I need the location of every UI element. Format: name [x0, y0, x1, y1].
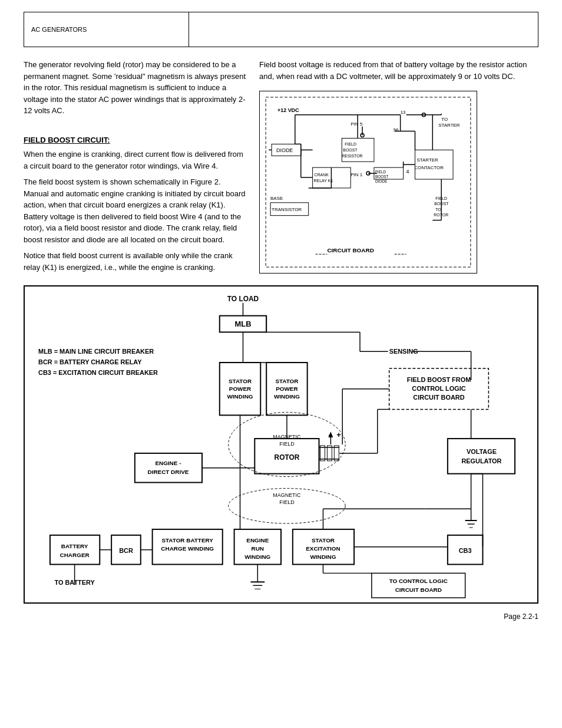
svg-text:TO CONTROL LOGIC: TO CONTROL LOGIC	[389, 578, 448, 584]
main-diagram: TO LOAD MLB MLB = MAIN LINE CIRCUIT BREA…	[24, 285, 538, 604]
intro-paragraph: The generator revolving field (rotor) ma…	[24, 59, 247, 117]
svg-text:WINDING: WINDING	[227, 393, 253, 400]
svg-text:PIN 1: PIN 1	[351, 172, 362, 177]
svg-text:PIN 5: PIN 5	[351, 121, 362, 127]
header-right	[189, 12, 538, 47]
section-title: FIELD BOOST CIRCUIT:	[24, 134, 247, 146]
svg-text:VOLTAGE: VOLTAGE	[467, 448, 497, 455]
svg-text:MAGNETIC: MAGNETIC	[273, 492, 301, 498]
svg-text:BOOST: BOOST	[375, 174, 389, 179]
header-title: AC GENERATORS	[24, 12, 189, 47]
svg-text:STATOR: STATOR	[275, 378, 298, 384]
svg-text:TRANSISTOR: TRANSISTOR	[272, 207, 302, 212]
svg-text:DIODE: DIODE	[375, 179, 388, 183]
svg-text:BATTERY: BATTERY	[61, 543, 88, 549]
svg-text:CHARGER: CHARGER	[60, 552, 90, 558]
svg-rect-102	[327, 446, 332, 461]
svg-text:BASE: BASE	[270, 196, 283, 201]
svg-text:+12 VDC: +12 VDC	[277, 107, 299, 113]
svg-text:FIELD: FIELD	[375, 170, 386, 174]
page-number: Page 2.2-1	[24, 612, 538, 621]
svg-text:CB3 = EXCITATION CIRCUIT BREAK: CB3 = EXCITATION CIRCUIT BREAKER	[38, 369, 158, 376]
svg-text:BOOST: BOOST	[343, 148, 358, 152]
svg-text:CIRCUIT BOARD: CIRCUIT BOARD	[413, 394, 464, 401]
svg-text:TO: TO	[435, 207, 441, 212]
svg-text:CIRCUIT BOARD: CIRCUIT BOARD	[395, 587, 442, 593]
svg-text:13: 13	[401, 110, 406, 115]
svg-text:STARTER: STARTER	[416, 157, 438, 163]
svg-text:EXCITATION: EXCITATION	[306, 545, 340, 552]
svg-text:MLB: MLB	[235, 319, 252, 328]
svg-text:POWER: POWER	[276, 386, 297, 392]
svg-text:CB3: CB3	[459, 547, 472, 554]
svg-text:CONTACTOR: CONTACTOR	[414, 165, 444, 170]
svg-text:STARTER: STARTER	[438, 123, 460, 128]
svg-text:REGULATOR: REGULATOR	[461, 457, 501, 465]
svg-text:FIELD: FIELD	[279, 441, 295, 447]
svg-text:RUN: RUN	[252, 545, 264, 552]
svg-text:4: 4	[406, 169, 409, 174]
page-header: AC GENERATORS	[24, 12, 538, 47]
svg-text:ROTOR: ROTOR	[275, 453, 300, 462]
svg-text:FIELD: FIELD	[279, 499, 295, 505]
svg-text:POWER: POWER	[229, 386, 251, 392]
svg-text:CONTROL LOGIC: CONTROL LOGIC	[412, 385, 465, 392]
svg-text:RELAY K1: RELAY K1	[314, 179, 333, 183]
svg-text:TO: TO	[441, 117, 448, 122]
svg-text:WINDING: WINDING	[310, 554, 336, 560]
svg-text:ENGINE: ENGINE	[246, 537, 269, 543]
svg-text:FIELD BOOST FROM: FIELD BOOST FROM	[407, 376, 471, 383]
svg-text:STATOR: STATOR	[229, 378, 252, 384]
svg-text:BCR = BATTERY CHARGE RELAY: BCR = BATTERY CHARGE RELAY	[38, 358, 142, 365]
svg-text:WINDING: WINDING	[274, 393, 300, 400]
svg-text:+: +	[336, 430, 341, 439]
schematic-box: +12 VDC PIN 5 13 56 TO	[259, 91, 477, 274]
svg-text:DIODE: DIODE	[276, 147, 293, 153]
svg-text:CHARGE WINDING: CHARGE WINDING	[161, 545, 214, 552]
para3: The field boost system is shown schemati…	[24, 176, 247, 245]
para2: When the engine is cranking, direct curr…	[24, 149, 247, 172]
svg-text:STATOR BATTERY: STATOR BATTERY	[161, 537, 213, 543]
svg-rect-121	[50, 535, 100, 565]
para4: Notice that field boost current is avail…	[24, 250, 247, 273]
svg-rect-101	[320, 446, 325, 461]
svg-text:TO LOAD: TO LOAD	[227, 295, 259, 303]
svg-text:WINDING: WINDING	[244, 554, 270, 560]
svg-text:FIELD: FIELD	[345, 142, 356, 146]
right-intro: Field boost voltage is reduced from that…	[259, 59, 538, 82]
svg-text:ENGINE -: ENGINE -	[155, 460, 181, 466]
svg-text:CRANK: CRANK	[315, 173, 329, 177]
svg-rect-108	[448, 439, 515, 474]
svg-rect-141	[372, 573, 465, 598]
svg-text:CIRCUIT BOARD: CIRCUIT BOARD	[327, 247, 373, 253]
svg-rect-103	[334, 446, 339, 461]
svg-text:BCR: BCR	[119, 547, 133, 554]
svg-text:MLB = MAIN LINE CIRCUIT BREAKE: MLB = MAIN LINE CIRCUIT BREAKER	[38, 348, 154, 355]
svg-text:RESISTOR: RESISTOR	[342, 154, 362, 158]
svg-text:DIRECT DRIVE: DIRECT DRIVE	[147, 469, 189, 475]
svg-text:STATOR: STATOR	[312, 537, 335, 543]
